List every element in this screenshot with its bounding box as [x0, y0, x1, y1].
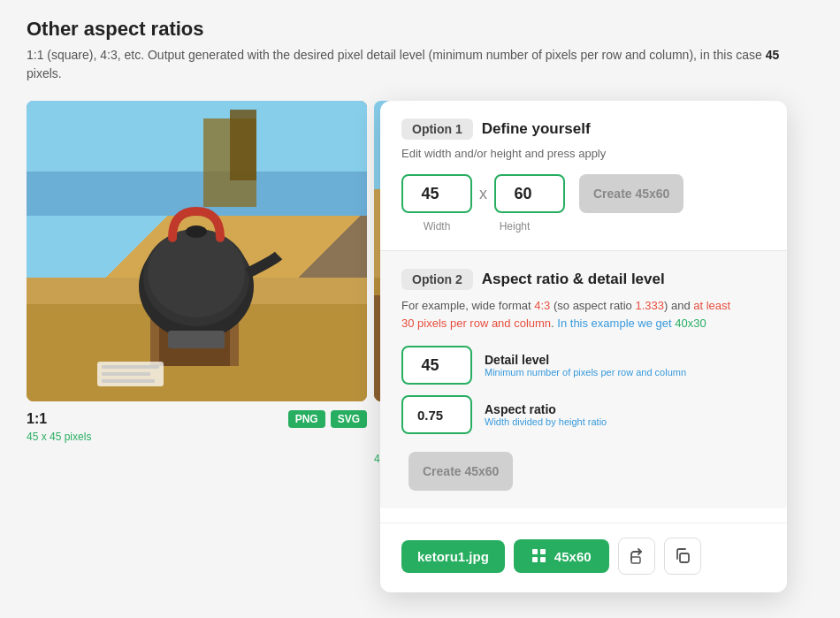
- size-btn-label: 45x60: [554, 549, 592, 564]
- page-title: Other aspect ratios: [27, 18, 813, 41]
- card-pixels-1: 45 x 45 pixels: [27, 431, 367, 443]
- option1-title: Define yourself: [482, 120, 591, 138]
- bottom-bar: ketoru1.jpg 45x60: [380, 523, 787, 575]
- header-section: Other aspect ratios 1:1 (square), 4:3, e…: [27, 18, 813, 83]
- copy-button[interactable]: [664, 538, 701, 575]
- image-thumbnail-1: [27, 101, 367, 401]
- option2-example-ratio: 1.333: [635, 299, 664, 312]
- page-container: Other aspect ratios 1:1 (square), 4:3, e…: [0, 0, 840, 618]
- option2-example-in: In this example we get: [557, 317, 671, 330]
- option2-title: Aspect ratio & detail level: [482, 271, 665, 288]
- badge-svg-1: SVG: [331, 410, 367, 428]
- input-labels-1: Width Height: [401, 220, 766, 233]
- svg-rect-17: [27, 101, 367, 401]
- image-card-1: 1:1 PNG SVG 45 x 45 pixels: [27, 101, 367, 465]
- rotate-icon: [628, 547, 645, 565]
- header-description: 1:1 (square), 4:3, etc. Output generated…: [27, 46, 813, 83]
- detail-label-block: Detail level Minimum number of pixels pe…: [485, 353, 686, 378]
- grid-icon: [531, 548, 547, 564]
- svg-rect-28: [680, 553, 689, 562]
- card-ratio-1: 1:1: [27, 411, 47, 427]
- aspect-ratio-title: Aspect ratio: [485, 402, 607, 416]
- svg-rect-24: [540, 549, 546, 554]
- create-button-1[interactable]: Create 45x60: [579, 174, 683, 213]
- option2-badge: Option 2: [401, 269, 473, 290]
- width-input[interactable]: [401, 174, 472, 213]
- badge-png-1: PNG: [288, 410, 325, 428]
- option1-inputs-row: x Create 45x60: [401, 174, 766, 213]
- height-input[interactable]: [494, 174, 565, 213]
- option2-header: Option 2 Aspect ratio & detail level: [401, 269, 766, 290]
- option2-example-format: 4:3: [534, 299, 550, 312]
- option1-badge: Option 1: [401, 118, 473, 140]
- pixel-image-svg: [27, 101, 367, 401]
- copy-icon: [674, 547, 691, 565]
- aspect-input-row: Aspect ratio Width divided by height rat…: [401, 395, 766, 434]
- create-button-2[interactable]: Create 45x60: [409, 452, 513, 491]
- detail-level-sub: Minimum number of pixels per row and col…: [485, 367, 686, 378]
- rotate-button[interactable]: [618, 538, 655, 575]
- svg-rect-26: [540, 557, 546, 562]
- size-button[interactable]: 45x60: [514, 539, 609, 573]
- aspect-ratio-input[interactable]: [401, 395, 472, 434]
- height-label: Height: [479, 220, 550, 233]
- aspect-label-block: Aspect ratio Width divided by height rat…: [485, 402, 607, 427]
- option2-section: Option 2 Aspect ratio & detail level For…: [380, 251, 787, 508]
- svg-rect-27: [631, 557, 640, 563]
- option1-header: Option 1 Define yourself: [401, 118, 766, 140]
- detail-level-title: Detail level: [485, 353, 686, 367]
- times-symbol-1: x: [479, 185, 487, 203]
- width-label: Width: [401, 220, 472, 233]
- option2-desc: For example, wide format 4:3 (so aspect …: [401, 297, 766, 332]
- svg-rect-25: [532, 557, 538, 562]
- popup-panel: Option 1 Define yourself Edit width and/…: [380, 101, 787, 592]
- option1-section: Option 1 Define yourself Edit width and/…: [380, 101, 787, 250]
- option2-example-result: 40x30: [675, 317, 706, 330]
- option1-desc: Edit width and/or height and press apply: [401, 147, 766, 160]
- detail-level-input[interactable]: [401, 346, 472, 385]
- content-area: 1:1 PNG SVG 45 x 45 pixels 4 SVG: [27, 101, 813, 465]
- card-badges-1: PNG SVG: [288, 410, 367, 428]
- card-info-1: 1:1 PNG SVG: [27, 410, 367, 428]
- detail-input-row: Detail level Minimum number of pixels pe…: [401, 346, 766, 385]
- svg-rect-23: [532, 549, 538, 554]
- filename-button[interactable]: ketoru1.jpg: [401, 540, 505, 573]
- aspect-ratio-sub: Width divided by height ratio: [485, 416, 607, 427]
- highlight-pixels: 45: [766, 48, 780, 62]
